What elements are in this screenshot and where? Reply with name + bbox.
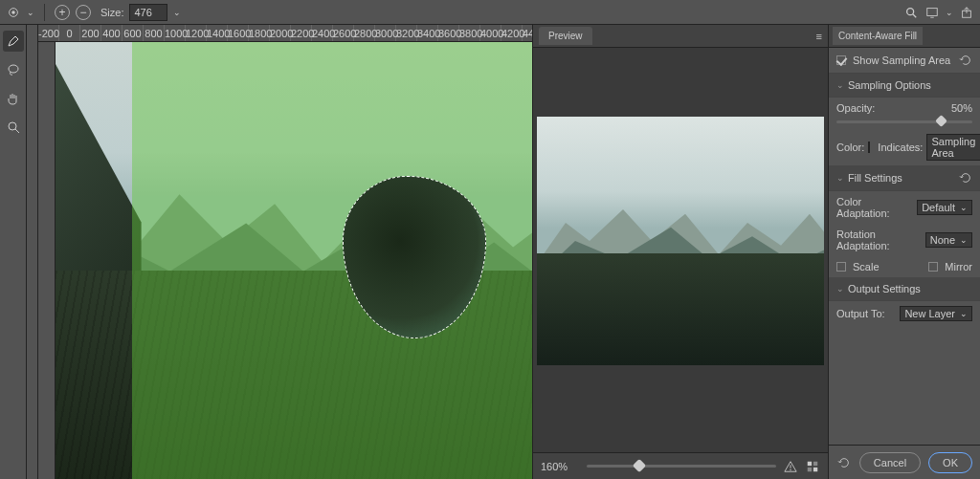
ruler-tick: 3200 xyxy=(396,25,417,41)
reset-all-icon[interactable] xyxy=(837,456,851,469)
ruler-tick: 2000 xyxy=(270,25,291,41)
zoom-value[interactable]: 160% xyxy=(541,461,579,472)
ruler-tick: 0 xyxy=(59,25,80,41)
opacity-slider[interactable] xyxy=(836,120,972,123)
mirror-label: Mirror xyxy=(945,261,972,272)
mirror-checkbox[interactable] xyxy=(928,262,938,272)
cancel-button[interactable]: Cancel xyxy=(859,452,921,473)
svg-rect-14 xyxy=(808,467,812,470)
output-settings-header[interactable]: ⌄ Output Settings xyxy=(829,277,980,301)
svg-point-2 xyxy=(907,8,914,14)
rotation-adaptation-dropdown[interactable]: None xyxy=(925,232,972,248)
size-input[interactable] xyxy=(129,4,167,21)
panel-edge[interactable] xyxy=(27,25,38,479)
preview-pane: Preview ≡ 160% xyxy=(532,25,829,479)
brush-preset-icon[interactable] xyxy=(6,5,21,20)
screen-mode-icon[interactable] xyxy=(924,5,940,20)
scale-label: Scale xyxy=(853,261,880,272)
show-sampling-label: Show Sampling Area xyxy=(853,54,950,66)
lasso-tool[interactable] xyxy=(3,59,24,80)
color-adaptation-label: Color Adaptation: xyxy=(836,196,913,219)
color-swatch[interactable] xyxy=(868,142,870,153)
ruler-tick: -200 xyxy=(38,25,59,41)
sampling-options-header[interactable]: ⌄ Sampling Options xyxy=(829,74,980,98)
ruler-horizontal: -200020040060080010001200140016001800200… xyxy=(38,25,532,42)
output-settings-label: Output Settings xyxy=(848,283,921,294)
svg-line-9 xyxy=(15,129,19,133)
opacity-label: Opacity: xyxy=(836,102,875,114)
disclosure-icon: ⌄ xyxy=(836,284,844,294)
zoom-tool[interactable] xyxy=(3,117,24,138)
scale-checkbox[interactable] xyxy=(836,262,846,272)
ruler-tick: 4000 xyxy=(480,25,501,41)
sampling-options-label: Sampling Options xyxy=(848,79,931,91)
ruler-tick: 2600 xyxy=(333,25,354,41)
properties-panel: Content-Aware Fill Show Sampling Area ⌄ … xyxy=(829,25,980,479)
increase-size-button[interactable]: + xyxy=(55,5,70,20)
ruler-tick: 800 xyxy=(144,25,165,41)
ruler-vertical xyxy=(38,42,56,479)
preview-image xyxy=(537,117,824,365)
disclosure-icon: ⌄ xyxy=(836,80,844,90)
size-label: Size: xyxy=(100,7,123,18)
ruler-tick: 1800 xyxy=(249,25,270,41)
hand-tool[interactable] xyxy=(3,88,24,109)
zoom-slider[interactable] xyxy=(587,465,776,468)
fill-settings-label: Fill Settings xyxy=(848,172,902,184)
svg-rect-4 xyxy=(927,8,938,15)
reset-sampling-icon[interactable] xyxy=(959,54,972,67)
options-bar: ⌄ + − Size: ⌄ ⌄ xyxy=(0,0,980,25)
ruler-tick: 1000 xyxy=(165,25,186,41)
ruler-tick: 4200 xyxy=(501,25,523,41)
divider xyxy=(44,4,45,21)
fill-settings-header[interactable]: ⌄ Fill Settings xyxy=(829,165,980,191)
ruler-tick: 1400 xyxy=(207,25,228,41)
output-to-label: Output To: xyxy=(836,308,885,319)
ruler-tick: 3600 xyxy=(438,25,459,41)
preview-tab[interactable]: Preview xyxy=(539,27,592,45)
ruler-tick: 1200 xyxy=(186,25,207,41)
working-image xyxy=(56,42,532,479)
preview-body[interactable] xyxy=(533,48,828,452)
svg-point-7 xyxy=(9,65,18,73)
reset-fill-icon[interactable] xyxy=(959,171,972,185)
disclosure-icon: ⌄ xyxy=(836,173,844,183)
ruler-tick: 200 xyxy=(80,25,101,41)
share-icon[interactable] xyxy=(959,5,974,20)
ruler-tick: 600 xyxy=(122,25,144,41)
svg-line-3 xyxy=(913,13,917,17)
ruler-tick: 3000 xyxy=(375,25,396,41)
color-label: Color: xyxy=(836,142,864,153)
screen-mode-chevron[interactable]: ⌄ xyxy=(946,8,953,17)
svg-point-8 xyxy=(9,122,16,130)
ruler-tick: 4400 xyxy=(523,25,532,41)
decrease-size-button[interactable]: − xyxy=(76,5,91,20)
svg-rect-15 xyxy=(813,467,817,470)
ruler-tick: 400 xyxy=(101,25,122,41)
ruler-tick: 2800 xyxy=(354,25,375,41)
opacity-value[interactable]: 50% xyxy=(951,102,972,114)
size-chevron[interactable]: ⌄ xyxy=(173,8,181,17)
brush-preset-chevron[interactable]: ⌄ xyxy=(27,8,34,17)
rotation-adaptation-label: Rotation Adaptation: xyxy=(836,229,922,251)
canvas-area: -200020040060080010001200140016001800200… xyxy=(38,25,532,479)
ok-button[interactable]: OK xyxy=(928,452,972,473)
sampling-brush-tool[interactable] xyxy=(3,31,24,52)
panel-title-tab[interactable]: Content-Aware Fill xyxy=(833,27,923,45)
show-sampling-checkbox[interactable] xyxy=(836,55,846,65)
svg-rect-13 xyxy=(813,461,817,465)
svg-point-1 xyxy=(11,11,15,14)
indicates-label: Indicates: xyxy=(878,142,923,153)
ruler-tick: 2200 xyxy=(291,25,312,41)
canvas[interactable] xyxy=(56,42,532,479)
ruler-tick: 3800 xyxy=(459,25,480,41)
color-adaptation-dropdown[interactable]: Default xyxy=(917,200,972,215)
warning-icon[interactable] xyxy=(784,460,797,473)
search-icon[interactable] xyxy=(903,5,919,20)
output-to-dropdown[interactable]: New Layer xyxy=(900,306,972,321)
tool-column xyxy=(0,25,27,479)
indicates-dropdown[interactable]: Sampling Area xyxy=(926,134,980,161)
preview-menu-icon[interactable]: ≡ xyxy=(816,31,822,42)
ruler-tick: 3400 xyxy=(417,25,438,41)
fit-icon[interactable] xyxy=(805,459,820,474)
